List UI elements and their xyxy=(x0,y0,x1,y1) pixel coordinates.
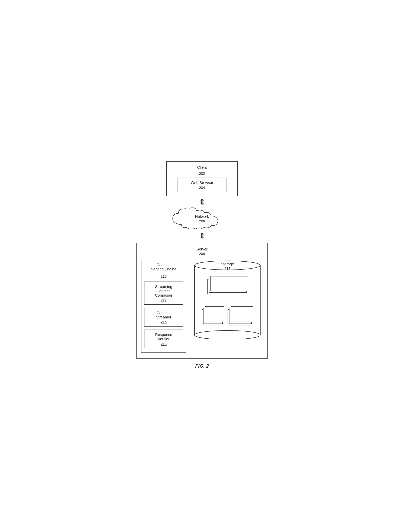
response-verifier-label: ResponseVerifier xyxy=(155,333,172,341)
network-label: Network xyxy=(195,214,209,219)
client-box: Client 202 Web Browser 204 xyxy=(166,161,238,196)
streaming-captcha-card-back2 xyxy=(210,276,248,291)
server-number: 208 xyxy=(199,252,205,256)
captcha-engine-label: CaptchaServing Engine xyxy=(151,263,177,271)
streaming-captcha-stack: Streaming Captcha 220 xyxy=(207,276,248,297)
streaming-composer-box: StreamingCaptchaComposer 212 xyxy=(144,282,183,305)
captcha-engine-box: CaptchaServing Engine 210 StreamingCaptc… xyxy=(141,260,186,352)
captcha-engine-number: 210 xyxy=(161,274,167,279)
response-verifier-box: ResponseVerifier 216 xyxy=(144,330,183,348)
web-browser-label: Web Browser xyxy=(191,181,213,185)
captcha-string-card-back2 xyxy=(231,306,253,322)
server-label: Server xyxy=(196,247,208,251)
arrow2-icon: ⇕ xyxy=(199,232,206,240)
bottom-cards-row: VideoStream 222 CaptchaCharacterString xyxy=(202,304,253,329)
fig-label: FIG. 2 xyxy=(195,363,209,369)
streaming-composer-label: StreamingCaptchaComposer xyxy=(155,285,172,298)
arrow1-icon: ⇕ xyxy=(199,198,206,206)
network-number: 206 xyxy=(199,219,205,223)
storage-area: Storage 218 Streaming Captcha 220 xyxy=(192,260,263,339)
diagram-container: Client 202 Web Browser 204 ⇕ Network 206… xyxy=(131,156,273,376)
server-inner: CaptchaServing Engine 210 StreamingCaptc… xyxy=(141,260,263,352)
captcha-string-stack: CaptchaCharacterString 224 xyxy=(227,306,253,327)
streaming-composer-number: 212 xyxy=(161,298,167,302)
server-header: Server 208 xyxy=(196,247,208,256)
client-label: Client xyxy=(197,165,207,170)
video-stream-stack: VideoStream 222 xyxy=(202,306,224,327)
captcha-streamer-number: 214 xyxy=(161,320,167,324)
storage-content: Storage 218 Streaming Captcha 220 xyxy=(193,260,262,329)
arrow1-container: ⇕ xyxy=(199,198,206,206)
storage-number: 218 xyxy=(224,267,230,271)
network-text: Network 206 xyxy=(195,214,209,223)
web-browser-number: 204 xyxy=(199,186,205,190)
captcha-streamer-box: CaptchaStreamer 214 xyxy=(144,308,183,327)
video-stream-card-back2 xyxy=(205,306,224,322)
captcha-streamer-label: CaptchaStreamer xyxy=(156,311,171,319)
storage-header: Storage 218 xyxy=(221,262,234,271)
client-number: 202 xyxy=(199,172,205,176)
web-browser-box: Web Browser 204 xyxy=(177,178,227,192)
arrow2-container: ⇕ xyxy=(199,232,206,240)
response-verifier-number: 216 xyxy=(161,342,167,346)
network-cloud: Network 206 xyxy=(170,208,234,230)
svg-point-1 xyxy=(195,331,260,339)
storage-cylinder: Storage 218 Streaming Captcha 220 xyxy=(193,260,262,339)
server-box: Server 208 CaptchaServing Engine 210 Str… xyxy=(136,243,268,359)
storage-label: Storage xyxy=(221,262,234,266)
